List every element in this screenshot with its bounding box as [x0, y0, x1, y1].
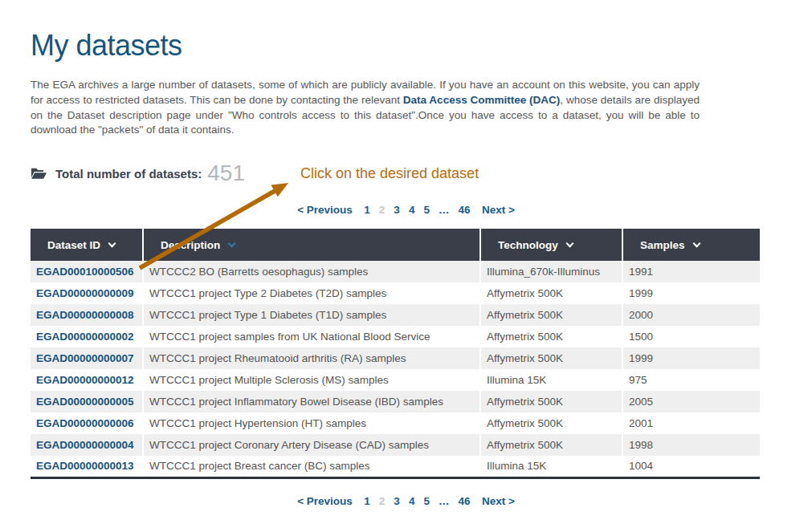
page-title: My datasets — [31, 29, 182, 63]
pagination-next[interactable]: Next > — [482, 495, 515, 507]
technology-cell: Affymetrix 500K — [480, 304, 622, 326]
pagination-page[interactable]: 4 — [409, 204, 415, 216]
technology-cell: Affymetrix 500K — [480, 391, 622, 412]
description-cell: WTCCC1 project Coronary Artery Disease (… — [143, 434, 480, 456]
description-cell: WTCCC2 BO (Barretts oesophagus) samples — [143, 261, 480, 282]
total-datasets-count: 451 — [207, 160, 245, 186]
table-row: EGAD00000000006WTCCC1 project Hypertensi… — [31, 412, 760, 434]
samples-cell: 2005 — [622, 391, 760, 412]
samples-cell: 1991 — [622, 261, 760, 282]
description-cell: WTCCC1 project Hypertension (HT) samples — [143, 412, 480, 434]
dataset-id-cell: EGAD00000000004 — [31, 434, 143, 456]
column-label: Samples — [640, 239, 685, 251]
samples-cell: 2001 — [622, 412, 760, 434]
pagination-page[interactable]: 5 — [423, 204, 430, 216]
dataset-id-link[interactable]: EGAD00000000013 — [36, 460, 134, 472]
technology-cell: Affymetrix 500K — [480, 326, 622, 347]
description-cell: WTCCC1 project Type 2 Diabetes (T2D) sam… — [143, 282, 480, 304]
technology-cell: Affymetrix 500K — [480, 347, 622, 369]
dataset-id-link[interactable]: EGAD00000000008 — [36, 309, 134, 321]
table-row: EGAD00000000005WTCCC1 project Inflammato… — [31, 391, 760, 412]
column-header-dataset-id[interactable]: Dataset ID — [31, 229, 143, 261]
samples-cell: 1998 — [622, 434, 760, 456]
chevron-down-icon[interactable] — [228, 239, 236, 247]
column-label: Dataset ID — [47, 239, 100, 251]
dataset-id-cell: EGAD00000000002 — [31, 326, 143, 347]
table-row: EGAD00000000007WTCCC1 project Rheumatooi… — [31, 347, 760, 369]
dataset-id-cell: EGAD00000000009 — [31, 282, 143, 304]
description-cell: WTCCC1 project Rheumatooid arthritis (RA… — [143, 347, 480, 369]
pagination-page[interactable]: 3 — [394, 204, 400, 216]
pagination-ellipsis: … — [439, 495, 450, 507]
dataset-id-link[interactable]: EGAD00000000009 — [36, 287, 134, 299]
description-cell: WTCCC1 project Type 1 Diabetes (T1D) sam… — [143, 304, 480, 326]
samples-cell: 975 — [622, 369, 760, 391]
dataset-id-cell: EGAD00000000008 — [31, 304, 143, 326]
table-row: EGAD00000000002WTCCC1 project samples fr… — [31, 326, 760, 347]
column-header-description[interactable]: Description — [143, 229, 480, 261]
pagination-next[interactable]: Next > — [482, 204, 515, 216]
samples-cell: 2000 — [622, 304, 760, 326]
pagination-page[interactable]: 46 — [458, 204, 470, 216]
table-row: EGAD00000000009WTCCC1 project Type 2 Dia… — [31, 282, 760, 304]
table-row: EGAD00000000004WTCCC1 project Coronary A… — [31, 434, 760, 456]
dataset-id-cell: EGAD00000000012 — [31, 369, 143, 391]
pagination-page[interactable]: 5 — [423, 495, 430, 507]
technology-cell: Affymetrix 500K — [480, 434, 622, 456]
folder-open-icon — [31, 167, 47, 180]
datasets-table: Dataset IDDescriptionTechnologySamples E… — [31, 229, 760, 479]
description-cell: WTCCC1 project Multiple Sclerosis (MS) s… — [143, 369, 480, 391]
chevron-down-icon[interactable] — [108, 239, 116, 247]
annotation-text: Click on the desired dataset — [300, 165, 479, 182]
column-header-samples[interactable]: Samples — [622, 229, 760, 261]
pagination-page[interactable]: 46 — [458, 495, 470, 507]
dataset-id-cell: EGAD00000000006 — [31, 412, 143, 434]
samples-cell: 1999 — [622, 347, 760, 369]
dac-link[interactable]: Data Access Committee (DAC) — [403, 94, 561, 106]
dataset-id-cell: EGAD00000000005 — [31, 391, 143, 412]
pagination-page[interactable]: 3 — [394, 495, 400, 507]
total-datasets-label: Total number of datasets: — [55, 167, 202, 181]
pagination-previous[interactable]: < Previous — [297, 495, 353, 507]
table-row: EGAD00000000013WTCCC1 project Breast can… — [31, 456, 760, 477]
pagination-page[interactable]: 1 — [364, 495, 370, 507]
dataset-id-link[interactable]: EGAD00000000005 — [36, 396, 134, 408]
technology-cell: Illumina 15K — [480, 369, 622, 391]
technology-cell: Illumina_670k-Illuminus — [480, 261, 622, 282]
dataset-id-link[interactable]: EGAD00000000002 — [36, 331, 134, 343]
dataset-summary: Total number of datasets: 451 — [31, 161, 245, 185]
pagination-page-current: 2 — [379, 495, 386, 507]
pagination-ellipsis: … — [439, 204, 450, 216]
chevron-down-icon[interactable] — [565, 239, 573, 247]
table-row: EGAD00010000506WTCCC2 BO (Barretts oesop… — [31, 261, 760, 282]
column-header-technology[interactable]: Technology — [480, 229, 622, 261]
pagination-page[interactable]: 1 — [364, 204, 370, 216]
pagination-top: < Previous12345…46Next > — [0, 204, 812, 216]
table-row: EGAD00000000012WTCCC1 project Multiple S… — [31, 369, 760, 391]
technology-cell: Affymetrix 500K — [480, 282, 622, 304]
table-body: EGAD00010000506WTCCC2 BO (Barretts oesop… — [31, 261, 760, 477]
my-datasets-page: My datasets The EGA archives a large num… — [0, 0, 812, 528]
description-cell: WTCCC1 project Inflammatory Bowel Diseas… — [143, 391, 480, 412]
description-cell: WTCCC1 project Breast cancer (BC) sample… — [143, 456, 480, 477]
dataset-id-cell: EGAD00000000013 — [31, 456, 143, 477]
dataset-id-link[interactable]: EGAD00000000006 — [36, 417, 134, 429]
dataset-id-cell: EGAD00000000007 — [31, 347, 143, 369]
pagination-page-current: 2 — [379, 204, 386, 216]
dataset-id-link[interactable]: EGAD00010000506 — [36, 266, 134, 278]
intro-paragraph: The EGA archives a large number of datas… — [31, 78, 700, 138]
technology-cell: Illumina 15K — [480, 456, 622, 477]
technology-cell: Affymetrix 500K — [480, 412, 622, 434]
pagination-bottom: < Previous12345…46Next > — [0, 495, 812, 507]
dataset-id-link[interactable]: EGAD00000000007 — [36, 352, 134, 364]
pagination-previous[interactable]: < Previous — [297, 204, 353, 216]
pagination-page[interactable]: 4 — [409, 495, 415, 507]
chevron-down-icon[interactable] — [692, 239, 700, 247]
dataset-id-link[interactable]: EGAD00000000012 — [36, 374, 134, 386]
samples-cell: 1999 — [622, 282, 760, 304]
column-label: Description — [161, 239, 220, 251]
dataset-id-link[interactable]: EGAD00000000004 — [36, 439, 134, 451]
samples-cell: 1500 — [622, 326, 760, 347]
table-row: EGAD00000000008WTCCC1 project Type 1 Dia… — [31, 304, 760, 326]
dataset-id-cell: EGAD00010000506 — [31, 261, 143, 282]
